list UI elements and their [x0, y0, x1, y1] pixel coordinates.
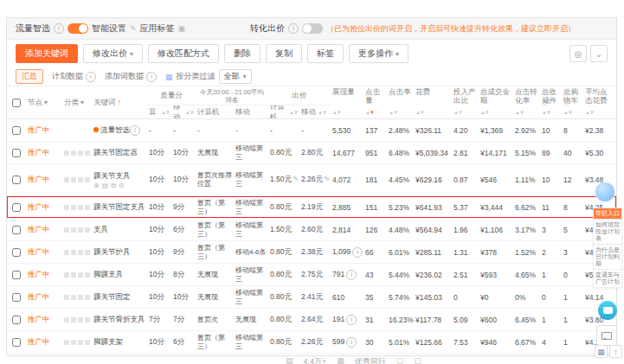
col-quality-pc[interactable]: 计算机▲▼ [147, 105, 171, 118]
table-row[interactable]: 推广中 踝关节护具i ⊕▤⧉⊖ 10分 9分 首页（第三） 移动4-6条 0.8… [7, 241, 616, 264]
col-cvr[interactable]: 点击转化率 [513, 86, 540, 105]
impressions-info-icon[interactable]: i [346, 270, 357, 280]
bid-mobile-cell[interactable]: 2.64元✎ [299, 315, 331, 325]
category-filter[interactable]: ▦ 按分类过滤 全部 ▾ [165, 69, 252, 84]
bid-mobile-cell[interactable]: 2.26元✎ [299, 175, 331, 185]
row-checkbox[interactable] [12, 226, 21, 234]
row-checkbox[interactable] [12, 293, 21, 302]
row-select[interactable] [7, 149, 26, 157]
select-all[interactable] [7, 86, 26, 118]
table-row[interactable]: 推广中 流量智选i ⊕▤⧉⊖ - - - - -✎ -✎ 5,530i 137 … [7, 119, 616, 142]
col-node[interactable]: 节点▾ [26, 86, 62, 118]
col-gmv[interactable]: 总成交金额 [479, 86, 513, 105]
table-row[interactable]: 推广中 脚踝支具i ⊕▤⧉⊖ 10分 8分 无展现 移动端第三 0.80元✎ 2… [7, 264, 616, 286]
keyword-text[interactable]: 踝关节固定 [93, 292, 131, 301]
feedback-icon[interactable] [596, 325, 617, 346]
keyword-cell[interactable]: 踝关节护具i ⊕▤⧉⊖ [92, 247, 147, 258]
col-clicks[interactable]: 点击量 [363, 86, 387, 105]
keyword-text[interactable]: 踝关节护具 [93, 247, 131, 256]
col-ctr[interactable]: 点击率 [387, 86, 414, 105]
add-icon[interactable]: ⊕ [93, 182, 102, 189]
keyword-text[interactable]: 脚踝支架 [93, 337, 123, 346]
bid-mobile-cell[interactable]: 2.38元✎ [299, 247, 331, 258]
row-select[interactable] [7, 293, 26, 302]
bid-mobile-cell[interactable]: 2.80元✎ [299, 148, 331, 158]
sort-cvr-icon[interactable]: ▲▼ [513, 105, 540, 118]
apply-tag-link[interactable]: 应用标签 [140, 22, 175, 35]
keyword-text[interactable]: 踝关节骨折支具 [93, 315, 145, 323]
table-row[interactable]: 推广中 踝关节固定i ⊕▤⧉⊖ 10分 10分 无展现 移动端第三 0.80元✎… [7, 286, 616, 309]
keyword-text[interactable]: 支具 [93, 225, 108, 233]
help-link[interactable]: 直通车与广告计划 [594, 269, 621, 287]
bid-edit-icon[interactable]: ✎ [293, 175, 299, 183]
bid-mobile-cell[interactable]: 2.26元✎ [299, 337, 331, 348]
row-checkbox[interactable] [12, 176, 21, 184]
bottom-item[interactable]: 优秀同行 [355, 356, 386, 364]
col-cost[interactable]: 花费 [414, 86, 452, 105]
bid-pc-cell[interactable]: -✎ [268, 126, 299, 135]
col-roi[interactable]: 投入产出比 [452, 86, 479, 105]
chart-icon[interactable]: ▤ [102, 182, 112, 189]
keyword-text[interactable]: 脚踝支具 [93, 270, 123, 278]
keyword-text[interactable]: 流量智选 [100, 125, 130, 134]
apps-grid-icon[interactable]: ▦ [595, 345, 608, 358]
keyword-cell[interactable]: 脚踝支架i ⊕▤⧉⊖ [92, 337, 147, 348]
keyword-tools[interactable]: ⊕▤⧉⊖ [93, 182, 145, 189]
table-row[interactable]: 推广中 脚踝支架i ⊕▤⧉⊖ 10分 6分 首页（第三） 移动端第三 0.80元… [7, 331, 616, 354]
bid-mobile-cell[interactable]: -✎ [299, 126, 331, 135]
category-select[interactable]: 全部 ▾ [219, 69, 252, 84]
row-checkbox[interactable] [12, 149, 21, 157]
table-row[interactable]: 推广中 支具i ⊕▤⧉⊖ 10分 6分 首页（第三） 移动端第三 1.50元✎ … [7, 219, 616, 241]
sort-clicks-icon[interactable]: ▲▼ [363, 105, 387, 118]
col-impressions[interactable]: 展现量 [331, 86, 363, 105]
row-select[interactable] [7, 203, 26, 212]
bottom-item[interactable]: 4.4万+ [304, 356, 327, 364]
modify-match-button[interactable]: 修改匹配方式 [148, 44, 219, 63]
tab-plan-data[interactable]: 计划数据 i [52, 71, 96, 82]
bid-pc-cell[interactable]: 0.80元✎ [268, 337, 299, 348]
bid-mobile-cell[interactable]: 2.60元✎ [299, 225, 331, 235]
tag-button[interactable]: 标签 [307, 44, 344, 63]
col-carts[interactable]: 总购物车数 [562, 86, 583, 105]
keyword-info-icon[interactable]: i [130, 125, 140, 136]
help-link[interactable]: 如何填写投放计划表 [594, 219, 621, 244]
flow-smart-toggle[interactable] [68, 23, 88, 34]
sort-cpc-icon[interactable]: ▲▼ [583, 105, 612, 118]
col-keyword[interactable]: 关键词↑ [92, 86, 147, 118]
row-select[interactable] [7, 271, 26, 279]
sort-impressions-icon[interactable]: ▲▼ [331, 105, 363, 118]
keyword-cell[interactable]: 踝关节支具i ⊕▤⧉⊖ [92, 171, 147, 189]
edit-pencil-icon[interactable]: ✎ [130, 24, 137, 33]
bid-pc-cell[interactable]: 0.80元✎ [268, 270, 299, 280]
bid-pc-cell[interactable]: 0.80元✎ [268, 247, 299, 258]
impressions-info-icon[interactable]: i [346, 337, 357, 348]
table-row[interactable]: 推广中 踝关节固定器i ⊕▤⧉⊖ 10分 10分 无展现 移动端第三 0.80元… [7, 142, 616, 164]
bid-edit-icon[interactable]: ✎ [324, 175, 331, 183]
row-select[interactable] [7, 338, 26, 347]
tab-summary[interactable]: 汇总 [16, 69, 43, 84]
help-link[interactable]: 为什么是已计划到期 [594, 244, 621, 269]
col-bid-mobile[interactable]: 移动▲▼ [299, 105, 331, 118]
keyword-cell[interactable]: 流量智选i ⊕▤⧉⊖ [92, 125, 147, 136]
row-checkbox[interactable] [12, 203, 21, 212]
bid-pc-cell[interactable]: 0.80元✎ [268, 315, 299, 325]
select-all-checkbox[interactable] [12, 99, 21, 107]
keyword-cell[interactable]: 踝关节固定i ⊕▤⧉⊖ [92, 292, 147, 303]
table-row[interactable]: 推广中 踝关节骨折支具i ⊕▤⧉⊖ 7分 7分 首页次 无展现 0.80元✎ 2… [7, 309, 616, 331]
sort-favorites-icon[interactable]: ▲▼ [540, 105, 562, 118]
bid-mobile-cell[interactable]: 2.75元✎ [299, 270, 331, 280]
row-select[interactable] [7, 176, 26, 184]
bid-pc-cell[interactable]: 0.80元✎ [268, 148, 299, 158]
row-checkbox[interactable] [12, 271, 21, 279]
row-checkbox[interactable] [12, 126, 21, 135]
keyword-cell[interactable]: 踝关节固定器i ⊕▤⧉⊖ [92, 148, 147, 158]
bid-pc-cell[interactable]: 0.80元✎ [268, 292, 299, 303]
keyword-text[interactable]: 踝关节支具 [93, 171, 131, 180]
table-row[interactable]: 推广中 踝关节支具i ⊕▤⧉⊖ 10分 10分 首页次推荐位置 移动端第三 1.… [7, 164, 616, 196]
remove-icon[interactable]: ⊖ [119, 182, 127, 189]
conversion-bid-toggle[interactable] [302, 23, 323, 34]
delete-button[interactable]: 删除 [224, 44, 261, 63]
copy-icon[interactable]: ⧉ [111, 182, 119, 189]
row-checkbox[interactable] [12, 338, 21, 347]
sort-gmv-icon[interactable]: ▲▼ [479, 105, 513, 118]
